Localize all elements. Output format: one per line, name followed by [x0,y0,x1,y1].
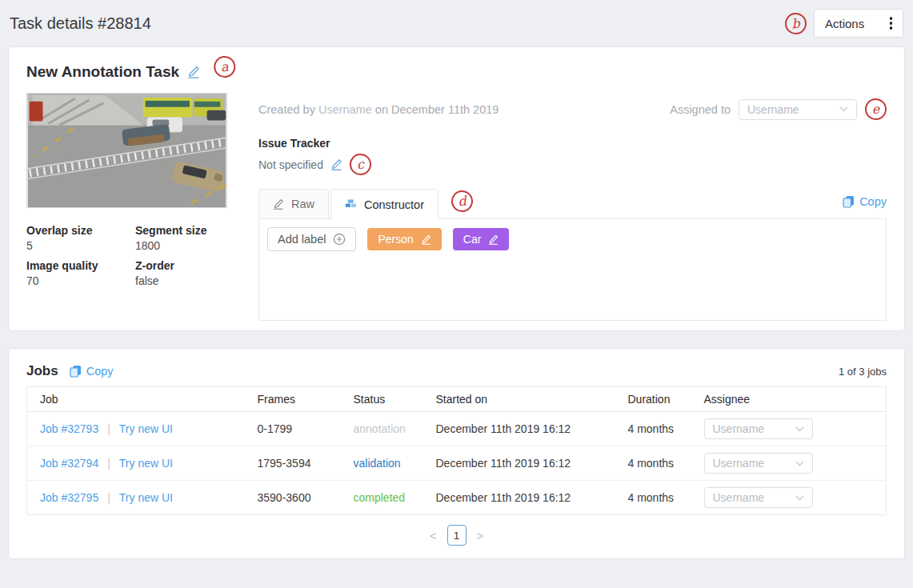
job-assignee-value: Username [713,422,765,435]
meta-value: 70 [26,274,135,287]
task-title-row: New Annotation Task a [26,58,887,86]
job-row: Job #32795|Try new UI 3590-3600 complete… [27,481,887,515]
job-assignee-select[interactable]: Username [704,418,813,439]
col-header-status: Status [341,387,423,412]
job-assignee-select[interactable]: Username [704,453,813,474]
creator-username: Username [318,103,372,116]
pagination-page-1[interactable]: 1 [447,525,467,546]
label-chip-text: Person [378,233,413,246]
jobs-card: Jobs Copy 1 of 3 jobs Job Frames Status … [8,348,905,559]
task-name: New Annotation Task [26,63,179,81]
edit-task-name-icon[interactable] [187,66,200,78]
meta-label: Z-order [135,259,258,272]
annotation-circle-e: e [864,98,888,122]
annotation-circle-a: a [213,54,237,78]
copy-jobs-link[interactable]: Copy [70,365,114,378]
job-link[interactable]: Job #32795 [40,491,98,504]
copy-labels-link[interactable]: Copy [843,195,887,208]
chevron-down-icon [795,426,804,432]
job-assignee-select[interactable]: Username [704,487,813,508]
assignee-select[interactable]: Username [739,99,857,120]
meta-item-zorder: Z-order false [135,259,258,287]
label-chip-person[interactable]: Person [367,228,441,250]
tab-raw-label: Raw [291,198,314,210]
meta-item-overlap: Overlap size 5 [26,224,135,252]
job-status: annotation [354,422,406,435]
jobs-title: Jobs [26,363,58,379]
meta-label: Image quality [26,259,135,272]
job-link[interactable]: Job #32794 [40,457,98,470]
job-status: validation [354,457,401,470]
job-started: December 11th 2019 16:12 [423,412,615,446]
job-assignee-value: Username [713,491,765,504]
copy-icon [843,195,855,208]
chevron-down-icon [839,106,848,112]
job-frames: 1795-3594 [245,446,341,481]
assignee-select-value: Username [747,103,799,116]
assigned-to-label: Assigned to [670,103,731,116]
actions-button[interactable]: Actions [814,9,903,38]
add-label-button[interactable]: Add label [267,227,356,251]
jobs-table-header-row: Job Frames Status Started on Duration As… [27,387,887,412]
task-details-page: Task details #28814 b Actions New Annota… [0,0,913,588]
job-assignee-value: Username [713,457,765,470]
chevron-down-icon [795,461,804,466]
task-meta: Overlap size 5 Segment size 1800 Image q… [26,224,258,287]
annotation-circle-d: d [450,190,475,214]
task-card: New Annotation Task a [8,46,905,331]
chevron-down-icon [795,495,804,501]
tab-constructor-label: Constructor [364,198,424,211]
job-row: Job #32793|Try new UI 0-1799 annotation … [27,412,887,446]
created-row: Created byUsernameon December 11th 2019 … [258,98,887,120]
task-left-column: Overlap size 5 Segment size 1800 Image q… [26,93,258,321]
annotation-circle-b: b [784,11,808,35]
col-header-assignee: Assignee [691,387,887,412]
label-chip-text: Car [463,233,482,246]
jobs-pagination: < 1 > [26,525,887,546]
issue-tracker-label: Issue Tracker [258,137,887,150]
job-link[interactable]: Job #32793 [40,422,98,435]
pagination-next-icon[interactable]: > [477,530,484,542]
tab-raw[interactable]: Raw [258,189,329,218]
job-started: December 11th 2019 16:12 [423,446,615,481]
blocks-icon [345,198,357,210]
task-preview-image [26,93,227,208]
try-new-ui-link[interactable]: Try new UI [119,422,173,435]
meta-value: false [135,274,258,287]
link-separator: | [98,491,119,504]
col-header-frames: Frames [245,387,341,412]
col-header-job: Job [27,387,245,412]
label-chip-car[interactable]: Car [453,228,510,250]
meta-value: 1800 [135,239,258,252]
job-row: Job #32794|Try new UI 1795-3594 validati… [27,446,887,481]
meta-item-quality: Image quality 70 [26,259,135,287]
link-separator: | [98,422,119,435]
created-by-text: Created byUsernameon December 11th 2019 [258,103,499,116]
try-new-ui-link[interactable]: Try new UI [119,491,173,504]
job-duration: 4 months [615,412,691,446]
jobs-table: Job Frames Status Started on Duration As… [26,386,887,515]
top-bar: Task details #28814 b Actions [8,0,905,46]
meta-label: Segment size [135,224,258,237]
try-new-ui-link[interactable]: Try new UI [119,457,173,470]
labels-tabs: Raw Constructor d Copy [258,189,887,219]
labels-constructor-panel: Add label Person Car [258,219,887,321]
copy-link-label: Copy [86,365,114,378]
copy-link-label: Copy [859,195,887,208]
actions-button-label: Actions [825,17,864,30]
tab-constructor[interactable]: Constructor [330,189,438,219]
link-separator: | [98,457,119,470]
pagination-prev-icon[interactable]: < [430,530,437,542]
job-duration: 4 months [615,481,691,515]
pencil-icon [488,234,499,245]
annotation-circle-c: c [349,153,373,177]
meta-item-segment: Segment size 1800 [135,224,258,252]
add-label-button-text: Add label [278,233,326,246]
job-frames: 3590-3600 [245,481,341,515]
edit-issue-tracker-icon[interactable] [330,158,342,170]
topbar-right: b Actions [785,9,903,38]
pencil-icon [421,234,431,245]
plus-circle-icon [333,233,346,246]
job-status: completed [354,491,406,504]
copy-icon [70,365,82,378]
